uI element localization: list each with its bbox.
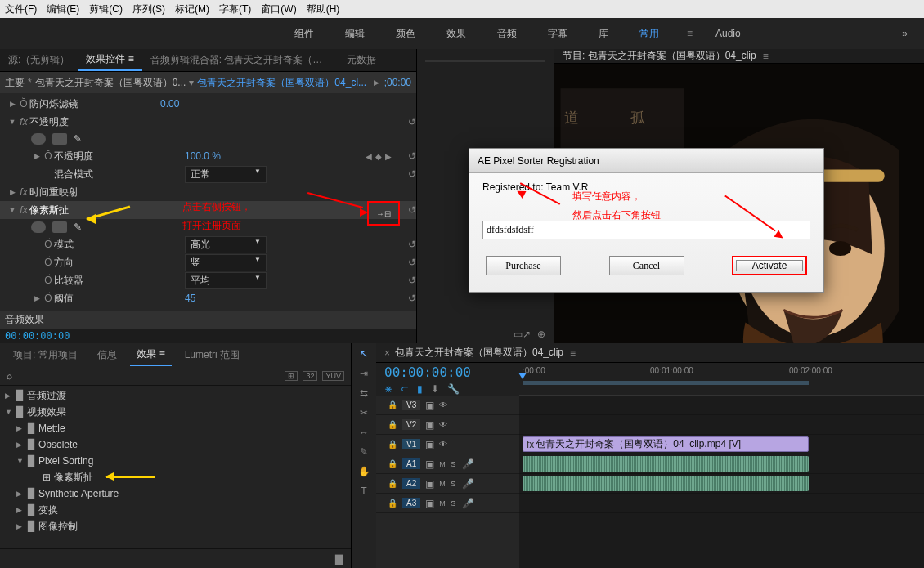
ws-tab-effects[interactable]: 效果 <box>438 22 474 46</box>
crumb-seq[interactable]: 包青天之开封奇案（国粤双语）04_cl... <box>197 76 366 90</box>
track-target-v1[interactable]: V1 <box>402 439 420 449</box>
purchase-button[interactable]: Purchase <box>486 256 561 275</box>
tree-item[interactable]: 视频效果 <box>27 405 66 419</box>
tab-audio-mixer[interactable]: 音频剪辑混合器: 包青天之开封奇案（国粤双语）04_clip <box>142 50 339 70</box>
chevron-right-icon[interactable]: ▶ <box>16 490 25 498</box>
tree-item[interactable]: Mettle <box>38 423 65 434</box>
source-scrubber[interactable] <box>425 60 545 62</box>
razor-tool-icon[interactable]: ✂ <box>360 407 368 418</box>
lock-icon[interactable]: 🔒 <box>388 400 397 409</box>
ws-tab-常用[interactable]: 常用 <box>631 22 667 46</box>
marker-icon[interactable]: ▮ <box>417 383 423 395</box>
snap-icon[interactable]: ⋇ <box>384 383 392 395</box>
breadcrumb-play-icon[interactable]: ▶ <box>374 78 379 87</box>
audio-effects-header[interactable]: 音频效果 <box>0 311 416 329</box>
tab-metadata[interactable]: 元数据 <box>339 50 384 70</box>
tree-item[interactable]: 音频过渡 <box>27 389 66 403</box>
reset-icon[interactable]: ↺ <box>408 257 416 268</box>
lock-icon[interactable]: 🔒 <box>388 499 397 508</box>
chevron-right-icon[interactable]: ▶ <box>16 522 25 530</box>
dialog-title[interactable]: AE Pixel Sorter Registration <box>469 149 823 173</box>
accel-badge-icon[interactable]: ⊞ <box>285 371 298 381</box>
toggle-output-icon[interactable]: ▣ <box>425 498 434 509</box>
menu-window[interactable]: 窗口(W) <box>261 2 296 16</box>
toggle-output-icon[interactable]: ▣ <box>425 400 434 411</box>
wrench-icon[interactable]: 🔧 <box>447 383 460 395</box>
ws-overflow[interactable]: » <box>902 28 908 39</box>
export-frame-icon[interactable]: ▭↗ <box>514 329 531 340</box>
chevron-right-icon[interactable]: ▶ <box>16 424 25 432</box>
ws-menu-icon[interactable]: ≡ <box>687 28 693 39</box>
ws-tab-color[interactable]: 颜色 <box>388 22 424 46</box>
reset-icon[interactable]: ↺ <box>408 204 416 216</box>
tab-info[interactable]: 信息 <box>91 345 123 365</box>
track-target-a1[interactable]: A1 <box>402 458 420 469</box>
tab-source[interactable]: 源:（无剪辑） <box>0 50 78 70</box>
reset-icon[interactable]: ↺ <box>408 116 416 127</box>
menu-edit[interactable]: 编辑(E) <box>47 2 79 16</box>
tab-effect-controls[interactable]: 效果控件 ≡ <box>78 49 141 71</box>
stopwatch-icon[interactable]: Ŏ <box>43 239 54 250</box>
timeline-timecode[interactable]: 00:00:00:00 <box>384 363 519 380</box>
toggle-icon[interactable]: ▼ <box>7 118 18 126</box>
ec-mode-select[interactable]: 高光▼ <box>185 236 267 253</box>
tree-item[interactable]: Obsolete <box>38 439 78 450</box>
menu-file[interactable]: 文件(F) <box>5 2 37 16</box>
track-target-a2[interactable]: A2 <box>402 478 420 489</box>
next-key-icon[interactable]: ▶ <box>385 152 392 161</box>
ellipse-mask-icon[interactable] <box>31 133 46 145</box>
track-lanes[interactable]: fx包青天之开封奇案（国粤双语）04_clip.mp4 [V] <box>519 396 924 568</box>
tree-item[interactable]: Synthetic Aperture <box>38 488 119 499</box>
menu-marker[interactable]: 标记(M) <box>175 2 209 16</box>
slip-tool-icon[interactable]: ↔ <box>359 427 369 438</box>
stopwatch-icon[interactable]: Ŏ <box>43 293 54 304</box>
lock-icon[interactable]: 🔒 <box>388 459 397 468</box>
menu-sequence[interactable]: 序列(S) <box>132 2 165 16</box>
toggle-icon[interactable]: ▶ <box>31 152 43 160</box>
linked-sel-icon[interactable]: ⊂ <box>401 383 409 395</box>
stopwatch-icon[interactable]: Ŏ <box>18 98 29 110</box>
hand-tool-icon[interactable]: ✋ <box>358 466 370 477</box>
ellipse-mask-icon[interactable] <box>31 221 46 233</box>
menu-clip[interactable]: 剪辑(C) <box>89 2 123 16</box>
add-key-icon[interactable]: ◆ <box>375 152 382 161</box>
toggle-output-icon[interactable]: ▣ <box>425 478 434 490</box>
yuv-badge-icon[interactable]: YUV <box>322 371 344 381</box>
timeline-ruler[interactable]: ;00:00 00:01:00:00 00:02:00:00 00:03:00:… <box>519 363 924 396</box>
32bit-badge-icon[interactable]: 32 <box>303 371 317 381</box>
pen-mask-icon[interactable]: ✎ <box>74 133 82 145</box>
reset-icon[interactable]: ↺ <box>408 239 416 250</box>
close-icon[interactable]: × <box>384 347 390 359</box>
stopwatch-icon[interactable]: Ŏ <box>43 275 54 286</box>
ws-tab-audio[interactable]: 音频 <box>489 22 525 46</box>
activate-button[interactable]: Activate <box>736 260 803 271</box>
register-dialog-icon[interactable]: →⊟ <box>376 209 391 218</box>
ec-antiflicker-value[interactable]: 0.00 <box>160 98 258 110</box>
toggle-icon[interactable]: ▶ <box>7 188 18 196</box>
tab-effects[interactable]: 效果≡ <box>130 344 172 366</box>
timeline-tab[interactable]: × 包青天之开封奇案（国粤双语）04_clip≡ <box>376 343 924 363</box>
fx-icon[interactable]: fx <box>18 204 29 216</box>
ws-tab-assembly[interactable]: 组件 <box>286 22 322 46</box>
audio-clip-a2[interactable] <box>523 476 809 491</box>
prev-key-icon[interactable]: ◀ <box>366 152 372 161</box>
ec-opacity-value[interactable]: 100.0 % <box>185 150 283 162</box>
ec-threshold-value[interactable]: 45 <box>185 293 283 304</box>
stopwatch-icon[interactable]: Ŏ <box>43 150 54 162</box>
tab-lumetri[interactable]: Lumetri 范围 <box>178 345 246 365</box>
rect-mask-icon[interactable] <box>52 221 67 233</box>
voiceover-icon[interactable]: 🎤 <box>462 458 474 470</box>
ws-tab-audio2[interactable]: Audio <box>707 23 749 44</box>
toggle-icon[interactable]: ▶ <box>7 100 18 108</box>
eye-icon[interactable]: 👁 <box>439 420 447 429</box>
reset-icon[interactable]: ↺ <box>408 293 416 304</box>
tree-item[interactable]: 图像控制 <box>38 520 78 534</box>
selection-tool-icon[interactable]: ↖ <box>360 348 368 360</box>
chevron-right-icon[interactable]: ▶ <box>5 391 13 400</box>
toggle-output-icon[interactable]: ▣ <box>425 458 434 470</box>
mute-solo[interactable]: M S <box>439 480 457 488</box>
effects-search-input[interactable] <box>100 370 198 382</box>
voiceover-icon[interactable]: 🎤 <box>462 478 474 490</box>
pen-tool-icon[interactable]: ✎ <box>360 446 368 458</box>
type-tool-icon[interactable]: T <box>361 485 366 497</box>
